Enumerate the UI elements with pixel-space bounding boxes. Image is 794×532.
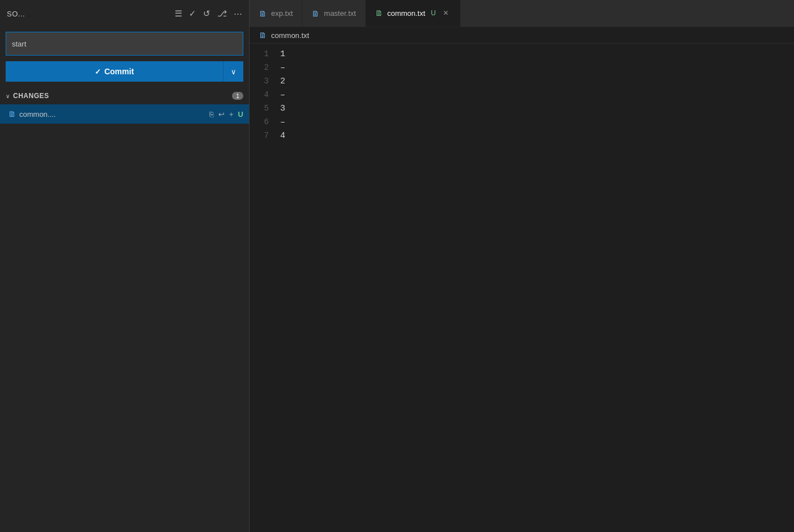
tab-bar: 🗎 exp.txt 🗎 master.txt 🗎 common.txt U ✕: [250, 0, 794, 27]
sidebar: SO... ☰ ✓ ↺ ⎇ ⋯ ✓ Commit ∨ ∨ Changes 1 🗎: [0, 0, 250, 532]
code-line-2: 2 –: [250, 63, 794, 77]
editor-code: 1 1 2 – 3 2 4 – 5 3 6 –: [250, 44, 794, 532]
tab-master[interactable]: 🗎 master.txt: [302, 0, 365, 27]
line-num-7: 7: [250, 131, 280, 140]
branch-icon[interactable]: ⎇: [217, 9, 227, 19]
tab-common-status: U: [431, 9, 436, 17]
line-num-6: 6: [250, 117, 280, 126]
check-toolbar-icon[interactable]: ✓: [189, 9, 196, 19]
line-num-3: 3: [250, 77, 280, 86]
file-item-common[interactable]: 🗎 common.... ⎘ ↩ + U: [0, 104, 249, 124]
commit-button[interactable]: ✓ Commit: [6, 61, 223, 82]
code-line-5: 5 3: [250, 104, 794, 117]
code-line-1: 1 1: [250, 49, 794, 63]
breadcrumb-filename: common.txt: [271, 31, 309, 40]
line-num-4: 4: [250, 90, 280, 99]
tab-common-label: common.txt: [387, 9, 425, 18]
changes-label: Changes: [13, 92, 232, 100]
more-icon[interactable]: ⋯: [234, 9, 242, 19]
tab-common-file-icon: 🗎: [375, 9, 383, 18]
line-num-2: 2: [250, 63, 280, 72]
code-line-4: 4 –: [250, 90, 794, 104]
line-content-2: –: [280, 63, 285, 73]
tab-common[interactable]: 🗎 common.txt U ✕: [366, 0, 461, 27]
commit-message-input[interactable]: [6, 32, 243, 56]
line-num-5: 5: [250, 104, 280, 113]
commit-input-area: [0, 27, 249, 59]
tab-common-close[interactable]: ✕: [441, 8, 451, 18]
line-num-1: 1: [250, 49, 280, 58]
line-content-5: 3: [280, 104, 285, 113]
breadcrumb-file-icon: 🗎: [259, 31, 267, 40]
commit-button-row: ✓ Commit ∨: [6, 61, 243, 82]
line-content-3: 2: [280, 77, 285, 86]
revert-icon[interactable]: ↩: [218, 110, 225, 119]
toolbar-icons: ☰ ✓ ↺ ⎇ ⋯: [175, 9, 242, 19]
main-content: 🗎 exp.txt 🗎 master.txt 🗎 common.txt U ✕ …: [250, 0, 794, 532]
editor-breadcrumb: 🗎 common.txt: [250, 27, 794, 44]
changes-header[interactable]: ∨ Changes 1: [0, 87, 249, 104]
list-icon[interactable]: ☰: [175, 9, 182, 19]
line-content-1: 1: [280, 49, 285, 59]
line-content-4: –: [280, 90, 285, 100]
discard-copy-icon[interactable]: ⎘: [209, 110, 214, 119]
code-line-3: 3 2: [250, 77, 794, 90]
commit-check-icon: ✓: [95, 67, 101, 76]
changes-section: ∨ Changes 1 🗎 common.... ⎘ ↩ + U: [0, 87, 249, 124]
code-line-7: 7 4: [250, 131, 794, 145]
tab-exp-label: exp.txt: [271, 9, 293, 18]
refresh-icon[interactable]: ↺: [203, 9, 210, 19]
file-type-icon: 🗎: [8, 109, 16, 119]
tab-exp[interactable]: 🗎 exp.txt: [250, 0, 302, 27]
changes-chevron-icon: ∨: [6, 93, 10, 99]
tab-exp-file-icon: 🗎: [259, 9, 267, 18]
editor-area: 🗎 common.txt 1 1 2 – 3 2 4 – 5: [250, 27, 794, 532]
sidebar-toolbar: SO... ☰ ✓ ↺ ⎇ ⋯: [0, 0, 249, 27]
file-actions: ⎘ ↩ + U: [209, 110, 243, 119]
commit-button-label: Commit: [104, 67, 134, 76]
line-content-6: –: [280, 117, 285, 127]
file-untracked-status: U: [238, 110, 243, 119]
code-line-6: 6 –: [250, 117, 794, 131]
tab-master-label: master.txt: [324, 9, 356, 18]
commit-dropdown-button[interactable]: ∨: [223, 61, 243, 82]
file-name-label: common....: [19, 110, 206, 119]
line-content-7: 4: [280, 131, 285, 141]
stage-icon[interactable]: +: [229, 110, 234, 119]
commit-dropdown-arrow: ∨: [231, 67, 236, 76]
tab-master-file-icon: 🗎: [311, 9, 319, 18]
changes-count-badge: 1: [232, 92, 243, 100]
sidebar-title: SO...: [7, 10, 25, 18]
